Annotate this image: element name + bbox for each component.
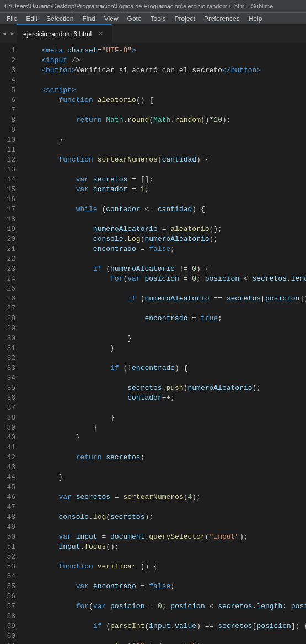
line-number: 54 (7, 572, 15, 582)
code-line[interactable]: } (20, 413, 306, 423)
line-number: 52 (7, 552, 15, 562)
tab-close-button[interactable]: ✕ (96, 30, 105, 39)
code-line[interactable]: function verificar () { (20, 562, 306, 572)
menu-goto[interactable]: Goto (123, 14, 146, 24)
code-line[interactable] (20, 482, 306, 492)
title-text: C:\Users\Usuario\Desktop\Programacion\Ló… (4, 3, 273, 9)
line-number: 32 (7, 353, 15, 363)
line-number: 21 (7, 244, 15, 254)
line-number: 22 (7, 254, 15, 264)
line-number: 30 (7, 334, 15, 344)
code-line[interactable]: } (20, 433, 306, 443)
code-line[interactable] (20, 145, 306, 155)
line-number: 25 (7, 284, 15, 294)
line-number: 36 (7, 393, 15, 403)
line-number: 57 (7, 602, 15, 611)
code-line[interactable]: alert("Usted acertó"); (20, 641, 306, 644)
code-line[interactable]: input.focus(); (20, 542, 306, 552)
code-line[interactable] (20, 353, 306, 363)
code-line[interactable] (20, 324, 306, 334)
code-line[interactable]: <meta charset="UTF-8"> (20, 46, 306, 56)
menu-view[interactable]: View (100, 14, 123, 24)
menu-help[interactable]: Help (244, 14, 267, 24)
line-number: 8 (7, 115, 15, 125)
code-line[interactable]: function aleatorio() { (20, 95, 306, 105)
code-line[interactable]: var secretos = []; (20, 175, 306, 185)
code-line[interactable]: var input = document.querySelector("inpu… (20, 532, 306, 542)
code-line[interactable]: return secretos; (20, 453, 306, 463)
menu-find[interactable]: Find (78, 14, 99, 24)
code-line[interactable]: return Math.round(Math.random()*10); (20, 115, 306, 125)
code-line[interactable]: for(var posicion = 0; posicion < secreto… (20, 274, 306, 284)
code-line[interactable]: var secretos = sortearNumeros(4); (20, 492, 306, 502)
code-line[interactable] (20, 195, 306, 205)
code-line[interactable]: } (20, 334, 306, 344)
menu-project[interactable]: Project (170, 14, 200, 24)
nav-right[interactable]: ► (8, 24, 17, 44)
code-line[interactable]: contador++; (20, 393, 306, 403)
code-line[interactable]: <input /> (20, 56, 306, 66)
menu-tools[interactable]: Tools (146, 14, 170, 24)
code-line[interactable]: if (!encontrado) { (20, 363, 306, 373)
code-line[interactable] (20, 105, 306, 115)
code-line[interactable]: while (contador <= cantidad) { (20, 205, 306, 214)
line-number: 15 (7, 185, 15, 195)
code-line[interactable]: } (20, 344, 306, 353)
code-line[interactable]: } (20, 473, 306, 482)
code-line[interactable]: numeroAleatorio = aleatorio(); (20, 224, 306, 234)
code-line[interactable] (20, 522, 306, 532)
code-line[interactable] (20, 463, 306, 473)
line-number: 10 (7, 135, 15, 145)
code-line[interactable] (20, 254, 306, 264)
line-numbers: 1234567891011121314151617181920212223242… (0, 44, 20, 644)
code-line[interactable] (20, 125, 306, 135)
menu-preferences[interactable]: Preferences (200, 14, 244, 24)
line-number: 59 (7, 621, 15, 631)
code-area[interactable]: <meta charset="UTF-8"> <input /> <button… (20, 44, 306, 644)
code-line[interactable]: console.Log(numeroAleatorio); (20, 234, 306, 244)
code-line[interactable]: var contador = 1; (20, 185, 306, 195)
code-line[interactable]: if (numeroAleatorio != 0) { (20, 264, 306, 274)
code-line[interactable] (20, 165, 306, 175)
nav-left[interactable]: ◄ (0, 24, 8, 44)
code-line[interactable]: <button>Verificar si acertó con el secre… (20, 66, 306, 76)
line-number: 45 (7, 482, 15, 492)
line-number: 50 (7, 532, 15, 542)
code-line[interactable]: if (parseInt(input.value) == secretos[po… (20, 621, 306, 631)
menu-file[interactable]: File (2, 14, 22, 24)
line-number: 23 (7, 264, 15, 274)
code-line[interactable]: console.log(secretos); (20, 512, 306, 522)
tab-main[interactable]: ejercicio random 6.html ✕ (17, 24, 112, 44)
code-line[interactable] (20, 502, 306, 512)
code-line[interactable]: for(var posicion = 0; posicion < secreto… (20, 602, 306, 611)
line-number: 39 (7, 423, 15, 433)
code-line[interactable]: secretos.push(numeroAleatorio); (20, 383, 306, 393)
code-line[interactable] (20, 611, 306, 621)
code-line[interactable] (20, 284, 306, 294)
code-line[interactable] (20, 76, 306, 85)
code-line[interactable] (20, 572, 306, 582)
code-line[interactable]: encontrado = true; (20, 314, 306, 324)
code-line[interactable]: encontrado = false; (20, 244, 306, 254)
code-line[interactable]: } (20, 423, 306, 433)
code-line[interactable] (20, 631, 306, 641)
menu-selection[interactable]: Selection (42, 14, 78, 24)
line-number: 18 (7, 214, 15, 224)
code-line[interactable] (20, 592, 306, 602)
code-line[interactable] (20, 403, 306, 413)
code-line[interactable] (20, 373, 306, 383)
code-line[interactable]: <script> (20, 85, 306, 95)
code-line[interactable]: } (20, 135, 306, 145)
code-line[interactable] (20, 304, 306, 314)
code-line[interactable]: function sortearNumeros(cantidad) { (20, 155, 306, 165)
code-line[interactable]: if (numeroAleatorio == secretos[posicion… (20, 294, 306, 304)
line-number: 35 (7, 383, 15, 393)
line-number: 4 (7, 76, 15, 85)
line-number: 60 (7, 631, 15, 641)
code-line[interactable] (20, 552, 306, 562)
code-line[interactable] (20, 443, 306, 453)
menu-edit[interactable]: Edit (22, 14, 42, 24)
code-line[interactable]: var encontrado = false; (20, 582, 306, 592)
code-line[interactable] (20, 214, 306, 224)
line-number: 42 (7, 453, 15, 463)
